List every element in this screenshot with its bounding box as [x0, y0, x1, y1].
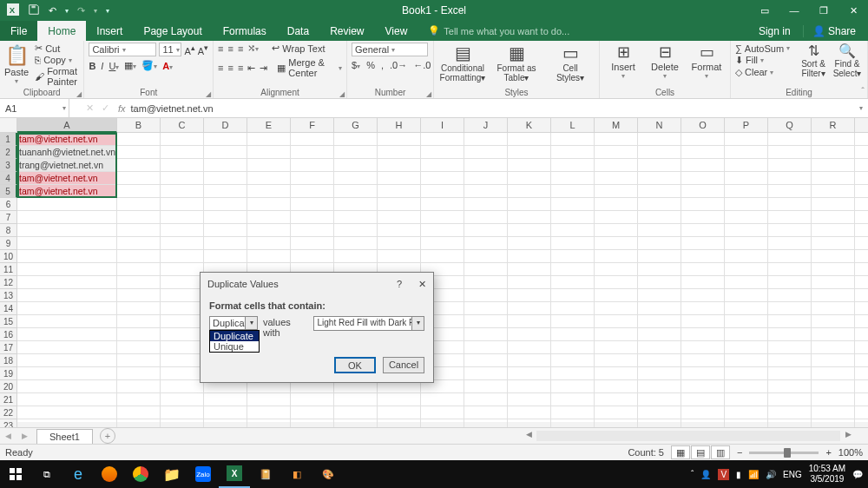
column-header[interactable]: R — [812, 118, 855, 133]
cell[interactable] — [508, 341, 551, 354]
cell[interactable] — [812, 159, 855, 172]
cell[interactable] — [378, 185, 421, 198]
cell[interactable] — [247, 172, 291, 185]
cell[interactable] — [551, 406, 595, 419]
cell[interactable] — [638, 159, 681, 172]
cell[interactable] — [638, 328, 681, 341]
cell[interactable] — [17, 276, 117, 289]
sheet-tab[interactable]: Sheet1 — [36, 429, 93, 444]
row-header[interactable]: 17 — [0, 341, 17, 354]
cell[interactable] — [855, 250, 868, 263]
cell[interactable] — [378, 172, 421, 185]
cell-styles-button[interactable]: ▭CellStyles▾ — [546, 43, 595, 82]
cell[interactable] — [855, 185, 868, 198]
cell[interactable] — [421, 211, 464, 224]
cell[interactable] — [855, 146, 868, 159]
cell[interactable] — [247, 133, 291, 146]
cell[interactable] — [508, 224, 551, 237]
cell[interactable] — [681, 276, 725, 289]
cell[interactable] — [421, 185, 464, 198]
cell[interactable] — [378, 198, 421, 211]
chrome-icon[interactable] — [125, 460, 156, 488]
cell[interactable] — [725, 367, 768, 380]
cell[interactable] — [725, 185, 768, 198]
cell[interactable] — [855, 133, 868, 146]
cell[interactable] — [551, 380, 595, 393]
cell[interactable] — [725, 159, 768, 172]
cell[interactable] — [17, 211, 117, 224]
cell[interactable] — [291, 211, 334, 224]
column-header[interactable]: B — [117, 118, 161, 133]
cell[interactable] — [464, 133, 508, 146]
cell[interactable] — [247, 406, 291, 419]
column-header[interactable]: I — [421, 118, 464, 133]
cell[interactable] — [161, 159, 204, 172]
cell[interactable] — [17, 380, 117, 393]
cell[interactable] — [117, 276, 161, 289]
row-header[interactable]: 14 — [0, 302, 17, 315]
cell[interactable] — [421, 224, 464, 237]
cell[interactable] — [725, 380, 768, 393]
cell[interactable] — [161, 198, 204, 211]
cell[interactable] — [421, 406, 464, 419]
cell[interactable] — [204, 393, 247, 406]
conditional-formatting-button[interactable]: ▤ConditionalFormatting▾ — [438, 43, 487, 82]
sheet-nav-prev-icon[interactable]: ◀ — [0, 432, 16, 440]
cell[interactable] — [638, 393, 681, 406]
cell[interactable] — [725, 250, 768, 263]
cell[interactable] — [334, 211, 378, 224]
app-icon-1[interactable]: 📔 — [250, 460, 281, 488]
cell[interactable] — [334, 133, 378, 146]
cell[interactable] — [161, 224, 204, 237]
column-header[interactable]: O — [681, 118, 725, 133]
cell[interactable] — [464, 341, 508, 354]
cell[interactable] — [508, 185, 551, 198]
cell[interactable] — [421, 159, 464, 172]
cell[interactable] — [508, 315, 551, 328]
cell[interactable] — [378, 250, 421, 263]
cell[interactable] — [161, 133, 204, 146]
cell[interactable] — [681, 146, 725, 159]
cell[interactable] — [638, 211, 681, 224]
cell[interactable] — [334, 185, 378, 198]
column-header[interactable]: P — [725, 118, 768, 133]
cell[interactable] — [464, 263, 508, 276]
cell[interactable] — [855, 380, 868, 393]
increase-decimal-button[interactable]: .0→ — [390, 60, 407, 70]
cell[interactable] — [681, 367, 725, 380]
cell[interactable] — [768, 146, 812, 159]
align-top-button[interactable]: ≡ — [218, 43, 223, 54]
cell[interactable] — [117, 393, 161, 406]
cell[interactable] — [855, 224, 868, 237]
cell[interactable] — [725, 328, 768, 341]
format-painter-button[interactable]: 🖌 Format Painter — [35, 66, 79, 87]
cell[interactable] — [812, 211, 855, 224]
hscroll-left-icon[interactable]: ◀ — [523, 430, 535, 442]
cell[interactable] — [595, 367, 638, 380]
cell[interactable] — [681, 354, 725, 367]
cell[interactable] — [17, 224, 117, 237]
cell[interactable] — [291, 198, 334, 211]
cell[interactable] — [291, 406, 334, 419]
cell[interactable] — [117, 263, 161, 276]
tab-view[interactable]: View — [375, 21, 418, 41]
cell[interactable] — [117, 146, 161, 159]
font-launcher-icon[interactable]: ◢ — [206, 90, 211, 98]
zoom-out-button[interactable]: − — [737, 447, 742, 458]
cell[interactable] — [334, 393, 378, 406]
cell[interactable]: tam@vietnet.net.vn — [17, 172, 117, 185]
cell[interactable] — [551, 211, 595, 224]
cell[interactable] — [161, 276, 204, 289]
tab-insert[interactable]: Insert — [86, 21, 133, 41]
row-header[interactable]: 7 — [0, 211, 17, 224]
cell[interactable] — [551, 198, 595, 211]
cell[interactable] — [551, 367, 595, 380]
cell[interactable] — [247, 250, 291, 263]
bold-button[interactable]: B — [89, 61, 95, 71]
cell[interactable] — [247, 393, 291, 406]
cell[interactable]: tam@vietnet.net.vn — [17, 133, 117, 146]
cell[interactable] — [595, 276, 638, 289]
restore-button[interactable]: ❐ — [809, 0, 838, 21]
cell[interactable] — [855, 237, 868, 250]
cell[interactable] — [638, 146, 681, 159]
